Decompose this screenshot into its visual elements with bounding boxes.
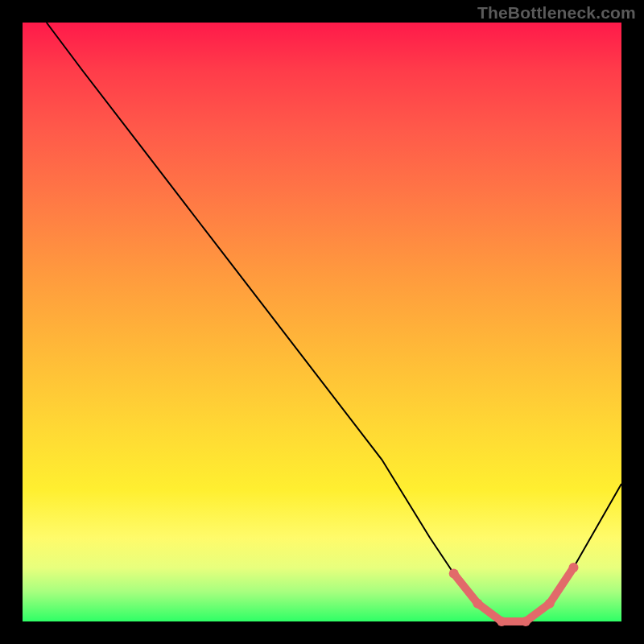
watermark-label: TheBottleneck.com [477,3,636,23]
highlight-dot [449,569,459,579]
highlight-segment [449,563,579,626]
highlight-line [454,568,574,621]
plot-area [23,23,621,621]
highlight-dot [545,599,555,609]
bottleneck-curve [47,23,621,621]
highlight-dot [569,563,579,572]
highlight-dot [473,599,482,609]
chart-overlay [23,23,621,621]
highlight-dot [497,617,506,626]
chart-stage: TheBottleneck.com [0,0,644,644]
highlight-dot [521,617,530,626]
